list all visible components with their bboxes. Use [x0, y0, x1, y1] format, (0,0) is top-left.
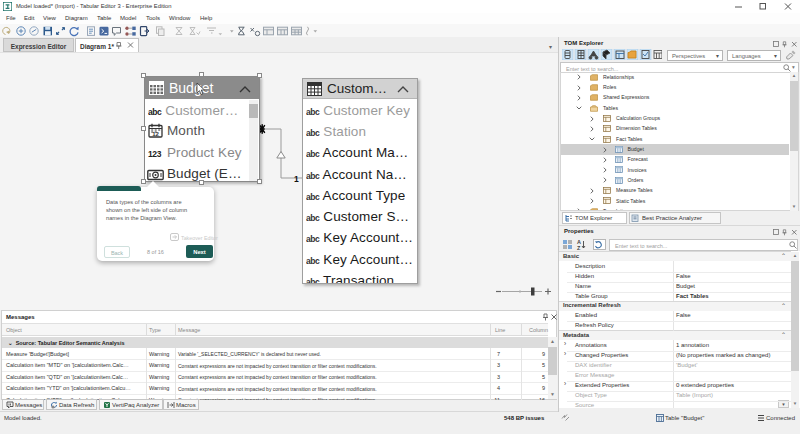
svg-text:Z: Z	[577, 245, 581, 251]
svg-text:12: 12	[152, 131, 159, 137]
